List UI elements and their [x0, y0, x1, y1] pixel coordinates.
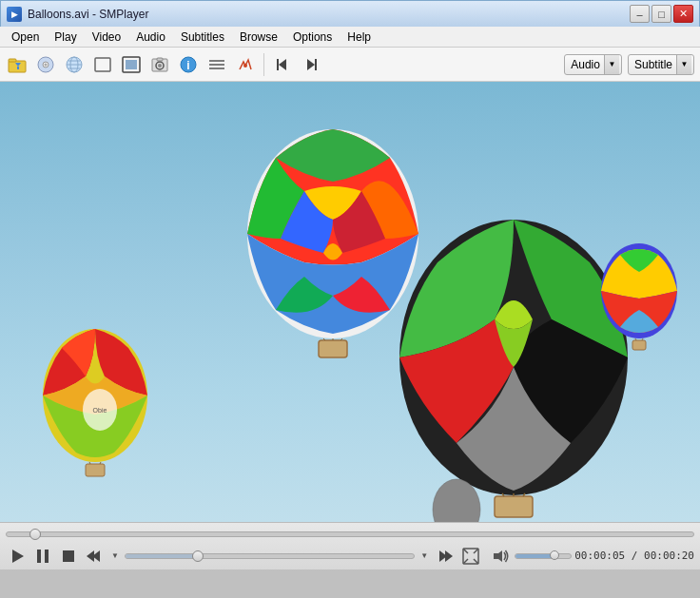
open-url-btn[interactable]: [61, 51, 88, 78]
progress-bar[interactable]: [125, 553, 415, 559]
current-time: 00:00:05: [574, 550, 625, 562]
svg-rect-26: [277, 59, 279, 70]
svg-point-24: [243, 64, 247, 68]
time-sep: /: [625, 550, 644, 562]
balloon-container: Obie: [0, 82, 700, 522]
audio-dropdown-arrow: ▼: [604, 55, 619, 74]
rewind-dropdown[interactable]: ▼: [108, 547, 122, 566]
title-bar: ▶ Balloons.avi - SMPlayer – □ ✕: [0, 0, 700, 27]
svg-marker-25: [279, 59, 286, 70]
equalizer-btn[interactable]: [232, 51, 259, 78]
audio-label: Audio: [571, 58, 600, 71]
seek-handle[interactable]: [29, 529, 41, 540]
svg-rect-46: [632, 340, 646, 350]
minimize-button[interactable]: –: [630, 5, 650, 23]
menu-bar: Open Play Video Audio Subtitles Browse O…: [0, 27, 700, 48]
toolbar-separator-1: [263, 53, 264, 76]
svg-rect-30: [319, 340, 347, 357]
time-display: 00:00:05 / 00:00:20: [574, 550, 694, 562]
svg-rect-28: [315, 59, 317, 70]
svg-rect-57: [63, 550, 74, 562]
menu-play[interactable]: Play: [47, 29, 84, 46]
maximize-button[interactable]: □: [651, 5, 671, 23]
volume-handle[interactable]: [550, 550, 559, 560]
volume-slider[interactable]: [515, 553, 572, 559]
menu-options[interactable]: Options: [285, 29, 340, 46]
svg-rect-42: [86, 464, 105, 476]
menu-open[interactable]: Open: [4, 29, 47, 46]
close-button[interactable]: ✕: [673, 5, 693, 23]
menu-subtitles[interactable]: Subtitles: [173, 29, 232, 46]
playlist-btn[interactable]: [204, 51, 230, 78]
svg-marker-59: [87, 550, 94, 562]
svg-text:Obie: Obie: [93, 407, 107, 414]
svg-rect-14: [126, 60, 137, 69]
subtitle-dropdown[interactable]: Subtitle ▼: [628, 54, 694, 75]
svg-point-6: [45, 63, 48, 66]
app-icon: ▶: [7, 7, 22, 22]
menu-help[interactable]: Help: [340, 29, 379, 46]
audio-dropdown[interactable]: Audio ▼: [564, 54, 622, 75]
controls-row: ▼ ▼: [6, 545, 694, 568]
pause-button[interactable]: [31, 545, 54, 568]
subtitle-dropdown-arrow: ▼: [676, 55, 691, 74]
next-chapter-btn[interactable]: [298, 51, 324, 78]
progress-handle[interactable]: [192, 550, 204, 562]
seek-bar[interactable]: [6, 531, 694, 537]
progress-fill: [126, 554, 198, 558]
svg-marker-27: [307, 59, 315, 70]
svg-marker-61: [445, 550, 453, 562]
fullscreen-btn[interactable]: [118, 51, 145, 78]
svg-marker-67: [494, 550, 502, 562]
svg-rect-35: [495, 496, 533, 517]
rewind-button[interactable]: [83, 545, 106, 568]
svg-rect-3: [17, 67, 19, 69]
normal-size-btn[interactable]: [89, 51, 116, 78]
volume-area: [489, 545, 572, 568]
stop-button[interactable]: [57, 545, 80, 568]
svg-rect-55: [37, 550, 41, 563]
open-folder-btn[interactable]: [4, 51, 30, 78]
svg-rect-18: [157, 58, 163, 61]
play-button[interactable]: [6, 545, 29, 568]
svg-text:i: i: [186, 59, 189, 72]
svg-rect-56: [45, 550, 49, 563]
fullscreen-control-btn[interactable]: [459, 545, 482, 568]
svg-point-17: [158, 64, 162, 68]
video-area[interactable]: Obie: [0, 82, 700, 522]
svg-rect-12: [95, 58, 110, 71]
volume-fill: [515, 554, 554, 558]
screenshot-btn[interactable]: [146, 51, 173, 78]
menu-browse[interactable]: Browse: [232, 29, 285, 46]
control-bar: ▼ ▼: [0, 522, 700, 569]
open-disc-btn[interactable]: [32, 51, 59, 78]
toolbar: i Audio ▼ Subtitle ▼: [0, 48, 700, 82]
window-title: Balloons.avi - SMPlayer: [28, 8, 148, 21]
subtitle-label: Subtitle: [634, 58, 672, 71]
svg-rect-1: [9, 59, 16, 62]
seek-bar-row: [6, 527, 694, 543]
svg-marker-54: [12, 550, 24, 563]
info-btn[interactable]: i: [175, 51, 202, 78]
forward-dropdown[interactable]: ▼: [418, 547, 431, 566]
menu-video[interactable]: Video: [85, 29, 128, 46]
mute-button[interactable]: [489, 545, 512, 568]
prev-chapter-btn[interactable]: [269, 51, 296, 78]
total-time: 00:00:20: [644, 550, 694, 562]
forward-button[interactable]: [434, 545, 457, 568]
menu-audio[interactable]: Audio: [128, 29, 173, 46]
